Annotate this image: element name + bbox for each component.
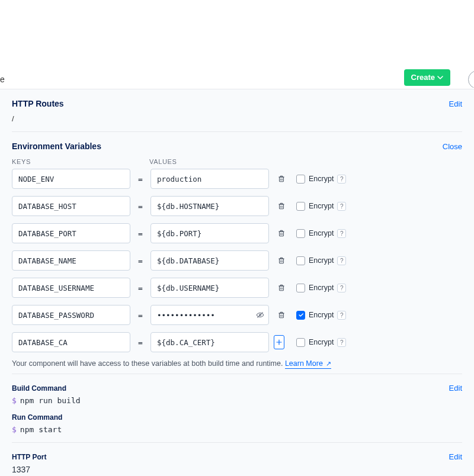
help-icon[interactable]: ? [337, 256, 346, 265]
env-value-input[interactable] [150, 278, 269, 298]
avatar[interactable] [468, 70, 474, 88]
env-row: =Encrypt? [12, 278, 462, 298]
encrypt-label: Encrypt [309, 175, 334, 183]
top-bar: e Create [0, 0, 474, 89]
encrypt-label: Encrypt [309, 311, 334, 319]
env-value-input[interactable] [150, 250, 269, 271]
env-row: =Encrypt? [12, 196, 462, 216]
encrypt-option: Encrypt? [296, 202, 346, 211]
env-value-wrap [150, 196, 269, 216]
row-action-slot [276, 228, 287, 239]
delete-icon[interactable] [276, 228, 287, 239]
delete-icon[interactable] [276, 201, 287, 211]
build-command-text: npm run build [20, 396, 81, 405]
prompt-symbol: $ [12, 396, 17, 405]
help-icon[interactable]: ? [337, 175, 346, 184]
row-action-slot [276, 335, 287, 349]
equals-symbol: = [137, 202, 143, 211]
env-key-input[interactable] [12, 332, 130, 352]
build-command-title: Build Command [12, 384, 66, 393]
http-routes-edit-link[interactable]: Edit [449, 99, 462, 108]
keys-column-label: KEYS [12, 158, 135, 165]
http-port-value: 1337 [12, 465, 462, 474]
encrypt-label: Encrypt [309, 256, 334, 265]
learn-more-link[interactable]: Learn More ↗ [285, 359, 331, 369]
delete-icon[interactable] [276, 255, 287, 266]
help-icon[interactable]: ? [337, 202, 346, 211]
delete-icon[interactable] [276, 282, 287, 293]
encrypt-label: Encrypt [309, 284, 334, 292]
env-row: =Encrypt? [12, 250, 462, 271]
encrypt-checkbox[interactable] [296, 256, 305, 265]
build-command-edit-link[interactable]: Edit [449, 384, 462, 393]
http-port-edit-link[interactable]: Edit [449, 452, 462, 461]
help-icon[interactable]: ? [337, 338, 346, 347]
env-row: =Encrypt? [12, 305, 462, 325]
env-value-input[interactable] [150, 305, 269, 325]
reveal-icon[interactable] [255, 310, 265, 320]
encrypt-checkbox[interactable] [296, 311, 305, 320]
svg-rect-3 [280, 259, 284, 263]
encrypt-checkbox[interactable] [296, 338, 305, 347]
values-column-label: VALUES [149, 158, 177, 165]
divider [12, 442, 462, 443]
delete-icon[interactable] [276, 173, 287, 184]
encrypt-label: Encrypt [309, 338, 334, 346]
encrypt-checkbox[interactable] [296, 229, 305, 238]
encrypt-option: Encrypt? [296, 175, 346, 184]
equals-symbol: = [137, 256, 143, 265]
page-body: HTTP Routes Edit / Environment Variables… [0, 89, 474, 476]
encrypt-checkbox[interactable] [296, 284, 305, 292]
env-value-input[interactable] [150, 332, 269, 352]
env-value-input[interactable] [150, 196, 269, 216]
encrypt-label: Encrypt [309, 229, 334, 237]
env-row: =Encrypt? [12, 223, 462, 243]
equals-symbol: = [137, 175, 143, 184]
run-command-text: npm start [20, 425, 62, 434]
env-vars-close-link[interactable]: Close [443, 142, 462, 151]
env-rows: =Encrypt?=Encrypt?=Encrypt?=Encrypt?=Enc… [12, 169, 462, 352]
http-port-title: HTTP Port [12, 453, 46, 461]
env-value-wrap [150, 250, 269, 271]
env-key-input[interactable] [12, 223, 130, 243]
prompt-symbol: $ [12, 425, 17, 434]
equals-symbol: = [137, 229, 143, 238]
encrypt-label: Encrypt [309, 202, 334, 210]
row-action-slot [276, 255, 287, 266]
row-action-slot [276, 173, 287, 184]
env-key-input[interactable] [12, 196, 130, 216]
divider [12, 131, 462, 132]
equals-symbol: = [137, 311, 143, 320]
env-key-input[interactable] [12, 169, 130, 189]
encrypt-option: Encrypt? [296, 284, 346, 292]
env-value-input[interactable] [150, 169, 269, 189]
create-button[interactable]: Create [404, 69, 450, 86]
help-icon[interactable]: ? [337, 311, 346, 320]
chevron-down-icon [437, 75, 443, 81]
encrypt-option: Encrypt? [296, 338, 346, 347]
env-row: =Encrypt? [12, 332, 462, 352]
encrypt-checkbox[interactable] [296, 202, 305, 211]
encrypt-checkbox[interactable] [296, 175, 305, 184]
env-vars-title: Environment Variables [12, 141, 101, 151]
row-action-slot [276, 310, 287, 320]
help-icon[interactable]: ? [337, 284, 346, 292]
add-variable-button[interactable] [274, 335, 284, 349]
env-value-wrap [150, 223, 269, 243]
env-value-wrap [150, 169, 269, 189]
encrypt-option: Encrypt? [296, 256, 346, 265]
env-value-input[interactable] [150, 223, 269, 243]
svg-rect-4 [280, 286, 284, 291]
env-key-input[interactable] [12, 305, 130, 325]
env-hint: Your component will have access to these… [12, 359, 462, 368]
svg-rect-0 [280, 177, 284, 182]
env-key-input[interactable] [12, 278, 130, 298]
delete-icon[interactable] [276, 310, 287, 320]
help-icon[interactable]: ? [337, 229, 346, 238]
env-key-input[interactable] [12, 250, 130, 271]
http-route-path: / [12, 114, 462, 123]
encrypt-option: Encrypt? [296, 311, 346, 320]
svg-rect-1 [280, 204, 284, 209]
run-command-title: Run Command [12, 413, 62, 422]
svg-rect-2 [280, 231, 284, 236]
